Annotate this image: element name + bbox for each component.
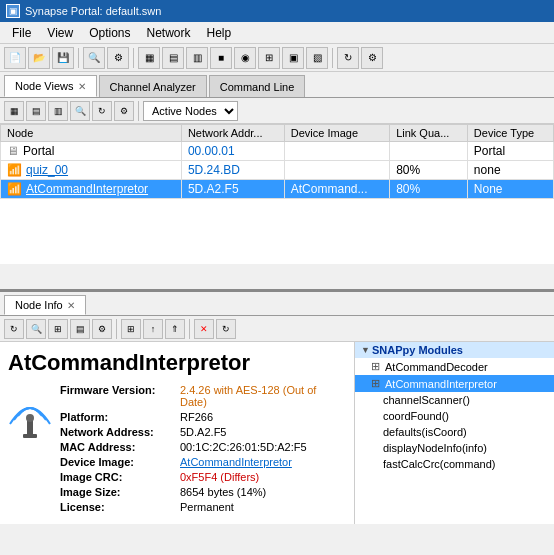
- mac-addr-row: MAC Address: 00:1C:2C:26:01:5D:A2:F5: [60, 441, 346, 453]
- tree-item-label: channelScanner(): [383, 394, 470, 406]
- tree-item-label: fastCalcCrc(command): [383, 458, 495, 470]
- tree-item[interactable]: displayNodeInfo(info): [355, 440, 554, 456]
- toolbar-node-btn3[interactable]: ▥: [48, 101, 68, 121]
- node-table-container: Node Network Addr... Device Image Link Q…: [0, 124, 554, 289]
- license-value: Permanent: [180, 501, 234, 513]
- bt-sep2: [189, 319, 190, 339]
- cell-addr: 00.00.01: [181, 142, 284, 161]
- top-tab-area: Node Views ✕ Channel Analyzer Command Li…: [0, 72, 554, 98]
- toolbar-new[interactable]: 📄: [4, 47, 26, 69]
- image-size-row: Image Size: 8654 bytes (14%): [60, 486, 346, 498]
- image-size-value: 8654 bytes (14%): [180, 486, 266, 498]
- bt-upload[interactable]: ⇑: [165, 319, 185, 339]
- device-image-row: Device Image: AtCommandInterpretor: [60, 456, 346, 468]
- svg-point-2: [26, 414, 34, 422]
- toolbar-btn9[interactable]: ▣: [282, 47, 304, 69]
- toolbar-node-btn5[interactable]: ↻: [92, 101, 112, 121]
- toolbar-open[interactable]: 📂: [28, 47, 50, 69]
- toolbar-save[interactable]: 💾: [52, 47, 74, 69]
- menu-help[interactable]: Help: [199, 24, 240, 42]
- cell-image: AtCommand...: [284, 180, 389, 199]
- node-filter-dropdown[interactable]: Active Nodes All Nodes: [143, 101, 238, 121]
- table-row[interactable]: 🖥Portal00.00.01Portal: [1, 142, 554, 161]
- menu-options[interactable]: Options: [81, 24, 138, 42]
- cell-type: Portal: [467, 142, 553, 161]
- bt-btn2[interactable]: 🔍: [26, 319, 46, 339]
- bt-btn5[interactable]: ⚙: [92, 319, 112, 339]
- toolbar-btn7[interactable]: ◉: [234, 47, 256, 69]
- cell-node: 🖥Portal: [1, 142, 182, 161]
- col-node: Node: [1, 125, 182, 142]
- bt-btn9[interactable]: ↻: [216, 319, 236, 339]
- node-link[interactable]: quiz_00: [26, 163, 68, 177]
- node-link[interactable]: AtCommandInterpretor: [26, 182, 148, 196]
- bt-btn3[interactable]: ⊞: [48, 319, 68, 339]
- toolbar-refresh[interactable]: ↻: [337, 47, 359, 69]
- cell-node: 📶AtCommandInterpretor: [1, 180, 182, 199]
- tree-item[interactable]: coordFound(): [355, 408, 554, 424]
- col-link: Link Qua...: [390, 125, 468, 142]
- menu-view[interactable]: View: [39, 24, 81, 42]
- bottom-panel: Node Info ✕ ↻ 🔍 ⊞ ▤ ⚙ ⊞ ↑ ⇑ ✕ ↻ AtComman…: [0, 292, 554, 524]
- col-image: Device Image: [284, 125, 389, 142]
- toolbar-btn10[interactable]: ▧: [306, 47, 328, 69]
- toolbar-btn3[interactable]: ▦: [138, 47, 160, 69]
- node-table-wrapper: Node Network Addr... Device Image Link Q…: [0, 124, 554, 264]
- toolbar-btn8[interactable]: ⊞: [258, 47, 280, 69]
- toolbar-settings[interactable]: ⚙: [361, 47, 383, 69]
- toolbar-search[interactable]: 🔍: [83, 47, 105, 69]
- menu-file[interactable]: File: [4, 24, 39, 42]
- tree-header-label: SNAPpy Modules: [372, 344, 463, 356]
- col-type: Device Type: [467, 125, 553, 142]
- table-row[interactable]: 📶quiz_005D.24.BD80%none: [1, 161, 554, 180]
- bt-btn4[interactable]: ▤: [70, 319, 90, 339]
- menu-bar: File View Options Network Help: [0, 22, 554, 44]
- toolbar-node-btn6[interactable]: ⚙: [114, 101, 134, 121]
- tree-item[interactable]: defaults(isCoord): [355, 424, 554, 440]
- network-addr-label: Network Address:: [60, 426, 180, 438]
- tree-item[interactable]: ⊞AtCommandInterpretor: [355, 375, 554, 392]
- bt-stop[interactable]: ✕: [194, 319, 214, 339]
- image-crc-value: 0xF5F4 (Differs): [180, 471, 259, 483]
- image-size-label: Image Size:: [60, 486, 180, 498]
- network-addr-value: 5D.A2.F5: [180, 426, 226, 438]
- cell-link: 80%: [390, 161, 468, 180]
- device-image-value[interactable]: AtCommandInterpretor: [180, 456, 292, 468]
- col-addr: Network Addr...: [181, 125, 284, 142]
- firmware-value: 2.4.26 with AES-128 (Out of Date): [180, 384, 346, 408]
- cell-addr: 5D.24.BD: [181, 161, 284, 180]
- toolbar-btn5[interactable]: ▥: [186, 47, 208, 69]
- bottom-tab-area: Node Info ✕: [0, 292, 554, 316]
- network-addr-row: Network Address: 5D.A2.F5: [60, 426, 346, 438]
- tab-node-info[interactable]: Node Info ✕: [4, 295, 86, 315]
- main-toolbar: 📄 📂 💾 🔍 ⚙ ▦ ▤ ▥ ■ ◉ ⊞ ▣ ▧ ↻ ⚙: [0, 44, 554, 72]
- toolbar-node-btn4[interactable]: 🔍: [70, 101, 90, 121]
- toolbar-node-btn1[interactable]: ▦: [4, 101, 24, 121]
- tree-item[interactable]: fastCalcCrc(command): [355, 456, 554, 472]
- node-info-right: ▼ SNAPpy Modules ⊞AtCommandDecoder⊞AtCom…: [354, 342, 554, 524]
- tab-node-info-close[interactable]: ✕: [67, 300, 75, 311]
- license-label: License:: [60, 501, 180, 513]
- tab-node-views[interactable]: Node Views ✕: [4, 75, 97, 97]
- bt-btn1[interactable]: ↻: [4, 319, 24, 339]
- toolbar-node-btn2[interactable]: ▤: [26, 101, 46, 121]
- tab-command-line[interactable]: Command Line: [209, 75, 306, 97]
- tree-item-label: coordFound(): [383, 410, 449, 422]
- antenna-icon: [8, 384, 52, 516]
- tab-node-views-close[interactable]: ✕: [78, 81, 86, 92]
- tree-item[interactable]: ⊞AtCommandDecoder: [355, 358, 554, 375]
- toolbar-sep-3: [332, 48, 333, 68]
- menu-network[interactable]: Network: [139, 24, 199, 42]
- tree-item-label: displayNodeInfo(info): [383, 442, 487, 454]
- bt-btn7[interactable]: ↑: [143, 319, 163, 339]
- tree-item[interactable]: channelScanner(): [355, 392, 554, 408]
- tab-node-info-label: Node Info: [15, 299, 63, 311]
- table-row[interactable]: 📶AtCommandInterpretor5D.A2.F5AtCommand..…: [1, 180, 554, 199]
- cell-addr: 5D.A2.F5: [181, 180, 284, 199]
- toolbar-btn2[interactable]: ⚙: [107, 47, 129, 69]
- license-row: License: Permanent: [60, 501, 346, 513]
- bt-btn6[interactable]: ⊞: [121, 319, 141, 339]
- toolbar-btn6[interactable]: ■: [210, 47, 232, 69]
- tab-channel-analyzer[interactable]: Channel Analyzer: [99, 75, 207, 97]
- toolbar-btn4[interactable]: ▤: [162, 47, 184, 69]
